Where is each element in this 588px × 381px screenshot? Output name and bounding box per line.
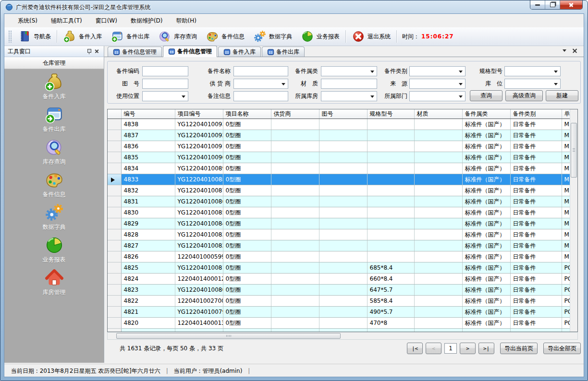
table-cell[interactable]: 0型圈 xyxy=(223,307,271,318)
part-code-input[interactable] xyxy=(142,66,188,76)
table-cell[interactable]: 日常备件 xyxy=(510,119,562,130)
table-cell[interactable]: 日常备件 xyxy=(510,251,562,262)
table-cell[interactable]: 标准件（国产） xyxy=(462,119,510,130)
table-cell[interactable]: 0型圈 xyxy=(223,218,271,229)
table-cell[interactable] xyxy=(367,119,414,130)
table-cell[interactable]: YG12204010092 xyxy=(175,130,223,141)
table-cell[interactable]: 0型圈 xyxy=(223,274,271,285)
row-selector[interactable] xyxy=(108,119,121,130)
minimize-button[interactable] xyxy=(530,0,545,9)
table-cell[interactable] xyxy=(319,130,367,141)
table-cell[interactable] xyxy=(271,262,319,274)
restore-button[interactable] xyxy=(545,0,560,9)
row-selector[interactable] xyxy=(108,285,121,296)
table-cell[interactable]: 470*8 xyxy=(367,318,414,329)
table-cell[interactable]: 日常备件 xyxy=(510,307,562,318)
table-cell[interactable] xyxy=(319,285,367,296)
toolbar-parts-out-button[interactable]: 备件出库 xyxy=(106,29,154,44)
table-cell[interactable]: 日常备件 xyxy=(510,207,562,218)
table-cell[interactable]: 1220401400012 xyxy=(175,274,223,285)
table-cell[interactable]: 4820 xyxy=(121,318,175,329)
table-cell[interactable] xyxy=(414,240,462,251)
table-cell[interactable]: YG12204010089 xyxy=(175,163,223,174)
table-cell[interactable]: 0型圈 xyxy=(223,174,271,185)
table-cell[interactable]: 4827 xyxy=(121,240,175,251)
table-row-partial[interactable] xyxy=(108,329,571,333)
table-row[interactable]: 4833YG122040100880型圈标准件（国产）日常备件M xyxy=(108,174,571,185)
table-row[interactable]: 4821YG122040100790型圈490*5.7标准件（国产）日常备件PC xyxy=(108,307,571,318)
next-page-button[interactable]: > xyxy=(460,343,476,354)
row-selector[interactable] xyxy=(108,251,121,262)
table-cell[interactable]: 4832 xyxy=(121,185,175,196)
drawing-no-input[interactable] xyxy=(142,79,188,89)
vertical-scrollbar[interactable] xyxy=(570,109,577,332)
table-cell[interactable] xyxy=(367,329,414,333)
table-cell[interactable]: 0型圈 xyxy=(223,163,271,174)
table-cell[interactable] xyxy=(367,185,414,196)
table-cell[interactable] xyxy=(414,163,462,174)
toolbar-exit-button[interactable]: 退出系统 xyxy=(347,29,395,44)
table-cell[interactable]: 标准件（国产） xyxy=(462,318,510,329)
sidebar-item-parts-out[interactable]: 备件出库 xyxy=(4,105,104,134)
table-row[interactable]: 4832YG122040100870型圈标准件（国产）日常备件M xyxy=(108,185,571,196)
row-selector[interactable] xyxy=(108,229,121,240)
table-row[interactable]: 4823YG122040100800型圈647*5.7标准件（国产）日常备件PC xyxy=(108,285,571,296)
row-selector[interactable] xyxy=(108,185,121,196)
row-selector[interactable] xyxy=(108,163,121,174)
prev-page-button[interactable]: < xyxy=(426,343,441,354)
table-cell[interactable]: YG12204010090 xyxy=(175,152,223,163)
table-cell[interactable]: 4828 xyxy=(121,229,175,240)
table-cell[interactable] xyxy=(271,296,319,307)
table-row[interactable]: 4829YG122040100840型圈标准件（国产）日常备件M xyxy=(108,218,571,229)
table-cell[interactable]: 标准件（国产） xyxy=(462,251,510,262)
col-header[interactable]: 规格型号 xyxy=(367,109,414,119)
row-selector[interactable] xyxy=(108,274,121,285)
table-cell[interactable] xyxy=(414,274,462,285)
table-cell[interactable]: 4831 xyxy=(121,196,175,207)
tab-parts-info-mgmt-1[interactable]: 备件信息管理 xyxy=(108,47,162,57)
table-cell[interactable]: 标准件（国产） xyxy=(462,229,510,240)
table-cell[interactable]: 4825 xyxy=(121,262,175,274)
tab-parts-out[interactable]: 备件出库 xyxy=(262,47,305,57)
table-cell[interactable]: 0型圈 xyxy=(223,152,271,163)
table-cell[interactable]: 0型圈 xyxy=(223,251,271,262)
table-cell[interactable]: 0型圈 xyxy=(223,296,271,307)
table-cell[interactable]: 日常备件 xyxy=(510,262,562,274)
toolbar-navbar-button[interactable]: 导航条 xyxy=(13,29,55,44)
table-cell[interactable]: YG12204010080 xyxy=(175,285,223,296)
table-cell[interactable] xyxy=(510,329,562,333)
table-cell[interactable] xyxy=(319,163,367,174)
scroll-left-icon[interactable] xyxy=(110,334,114,338)
table-cell[interactable]: 日常备件 xyxy=(510,318,562,329)
remark-input[interactable] xyxy=(233,91,288,101)
table-cell[interactable]: 4837 xyxy=(121,130,175,141)
table-row[interactable]: 4837YG122040100920型圈标准件（国产）日常备件M xyxy=(108,130,571,141)
table-cell[interactable]: 0型圈 xyxy=(223,229,271,240)
table-cell[interactable] xyxy=(367,152,414,163)
col-header[interactable]: 供货商 xyxy=(271,109,319,119)
table-cell[interactable] xyxy=(319,141,367,152)
table-cell[interactable]: YG12204010082 xyxy=(175,240,223,251)
col-header[interactable]: 材质 xyxy=(414,109,462,119)
table-cell[interactable] xyxy=(319,218,367,229)
table-cell[interactable] xyxy=(271,185,319,196)
table-cell[interactable]: YG12204010086 xyxy=(175,196,223,207)
export-all-pages-button[interactable]: 导出全部页 xyxy=(543,343,581,354)
last-page-button[interactable]: >| xyxy=(478,343,494,354)
row-selector[interactable] xyxy=(108,141,121,152)
table-cell[interactable]: YG12204010091 xyxy=(175,141,223,152)
title-bar[interactable]: 广州爱奇迪软件科技有限公司-深田之星仓库管理系统 xyxy=(0,0,588,14)
table-cell[interactable] xyxy=(414,218,462,229)
table-cell[interactable] xyxy=(319,307,367,318)
table-row[interactable]: 4838YG122040100930型圈标准件（国产）日常备件M xyxy=(108,119,571,130)
table-row[interactable]: 482212204010027000型圈585*8.4标准件（国产）日常备件PC xyxy=(108,296,571,307)
menu-help[interactable]: 帮助(H) xyxy=(170,14,203,27)
table-cell[interactable]: 585*8.4 xyxy=(367,296,414,307)
menu-data-maintenance[interactable]: 数据维护(D) xyxy=(124,14,170,27)
table-cell[interactable]: 1220401400013 xyxy=(175,318,223,329)
toolbar-business-report-button[interactable]: 业务报表 xyxy=(296,29,344,44)
table-cell[interactable] xyxy=(414,119,462,130)
table-cell[interactable]: 日常备件 xyxy=(510,240,562,251)
tab-list-chevron-down-icon[interactable] xyxy=(563,49,566,54)
table-cell[interactable] xyxy=(414,318,462,329)
